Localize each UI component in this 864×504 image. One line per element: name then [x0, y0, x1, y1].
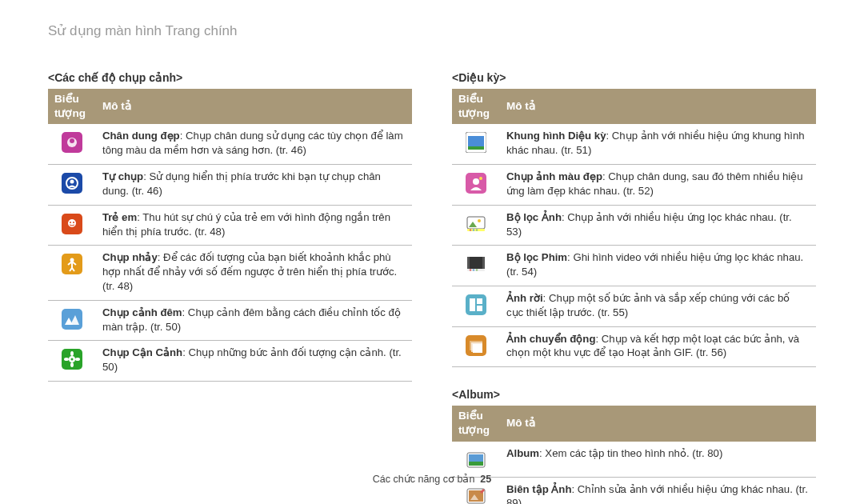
col-desc: Mô tả: [500, 406, 816, 441]
row-desc: : Sử dụng hiển thị phía trước khi bạn tự…: [102, 170, 381, 197]
table-row: Trẻ em: Thu hút sự chú ý của trẻ em với …: [48, 205, 412, 246]
svg-point-38: [476, 270, 478, 271]
svg-rect-40: [470, 298, 475, 311]
svg-rect-39: [466, 294, 486, 315]
table-row: Album: Xem các tập tin theo hình nhỏ. (t…: [452, 442, 816, 478]
row-name: Tự chụp: [102, 170, 143, 182]
svg-rect-12: [62, 309, 82, 330]
col-desc: Mô tả: [96, 89, 412, 124]
section-shoot-title: <Các chế độ chụp cảnh>: [48, 71, 412, 84]
col-icon: Biểu tượng: [452, 406, 500, 441]
magic-frame-icon: [466, 132, 486, 153]
svg-point-25: [479, 177, 482, 180]
svg-point-8: [70, 222, 71, 223]
movie-filter-icon: [466, 254, 486, 274]
row-name: Chụp cảnh đêm: [102, 306, 182, 318]
photo-edit-icon: [466, 486, 486, 504]
night-shot-icon: [62, 309, 82, 330]
row-desc: : Thu hút sự chú ý của trẻ em với hình đ…: [102, 211, 390, 238]
svg-point-16: [70, 351, 74, 356]
page-title: Sử dụng màn hình Trang chính: [48, 22, 816, 39]
table-row: Chụp ảnh màu đẹp: Chụp chân dung, sau đó…: [452, 165, 816, 206]
table-row: Ảnh chuyển động: Chụp và kết hợp một loạ…: [452, 326, 816, 367]
beauty-color-icon: [466, 173, 486, 194]
right-column: <Diệu kỳ> Biểu tượng Mô tả Khung hình Di…: [452, 65, 816, 504]
row-desc: : Xem các tập tin theo hình nhỏ. (tr. 80…: [539, 447, 722, 459]
svg-rect-42: [477, 306, 482, 311]
table-row: Khung hình Diệu kỳ: Chụp ảnh với nhiều h…: [452, 124, 816, 164]
section-magic-title: <Diệu kỳ>: [452, 71, 816, 84]
self-shot-icon: [62, 173, 82, 194]
footer-text: Các chức năng cơ bản: [373, 474, 475, 485]
table-row: Chân dung đẹp: Chụp chân dung sử dụng cá…: [48, 124, 412, 164]
section-album-title: <Album>: [452, 388, 816, 401]
photo-filter-icon: [466, 214, 486, 234]
table-row: Bộ lọc Ảnh: Chụp ảnh với nhiều hiệu ứng …: [452, 205, 816, 246]
row-name: Ảnh chuyển động: [506, 333, 595, 345]
row-name: Bộ lọc Phim: [506, 251, 567, 263]
svg-rect-22: [468, 146, 484, 150]
svg-point-17: [64, 358, 69, 361]
col-icon: Biểu tượng: [48, 89, 96, 124]
row-desc: : Chụp một số bức ảnh và sắp xếp chúng v…: [506, 292, 790, 318]
svg-point-15: [71, 358, 74, 361]
svg-rect-49: [469, 462, 483, 466]
svg-rect-33: [467, 257, 470, 269]
svg-point-29: [470, 229, 471, 230]
table-row: Chụp nhảy: Để các đối tượng của bạn biết…: [48, 246, 412, 300]
svg-point-37: [473, 270, 474, 271]
svg-point-27: [478, 219, 481, 222]
col-desc: Mô tả: [500, 89, 816, 124]
row-name: Chụp Cận Cảnh: [102, 346, 182, 358]
svg-point-5: [70, 180, 74, 184]
magic-table: Biểu tượng Mô tả Khung hình Diệu kỳ: Chụ…: [452, 89, 816, 367]
table-row: Chụp Cận Cảnh: Chụp những bức ảnh đối tư…: [48, 341, 412, 382]
row-name: Chụp ảnh màu đẹp: [506, 170, 602, 182]
col-icon: Biểu tượng: [452, 89, 500, 124]
svg-rect-34: [482, 257, 485, 269]
content-columns: <Các chế độ chụp cảnh> Biểu tượng Mô tả …: [48, 65, 816, 504]
row-name: Trẻ em: [102, 211, 137, 223]
svg-point-24: [473, 178, 479, 185]
row-name: Bộ lọc Ảnh: [506, 211, 562, 223]
jump-shot-icon: [62, 254, 82, 274]
svg-rect-41: [477, 298, 482, 304]
row-name: Ảnh rời: [506, 292, 543, 304]
kids-icon: [62, 214, 82, 234]
motion-photo-icon: [466, 335, 486, 356]
svg-point-31: [476, 229, 478, 230]
svg-point-18: [75, 358, 80, 361]
svg-rect-46: [473, 344, 482, 353]
table-row: Tự chụp: Sử dụng hiển thị phía trước khi…: [48, 165, 412, 206]
svg-point-9: [73, 222, 74, 223]
table-row: Ảnh rời: Chụp một số bức ảnh và sắp xếp …: [452, 286, 816, 326]
page-number: 25: [480, 474, 491, 485]
svg-rect-21: [468, 136, 484, 146]
svg-point-30: [473, 229, 474, 230]
svg-rect-48: [469, 454, 483, 462]
row-name: Album: [506, 447, 539, 459]
table-row: Chụp cảnh đêm: Chụp cảnh đêm bằng cách đ…: [48, 300, 412, 341]
row-name: Khung hình Diệu kỳ: [506, 130, 606, 142]
left-column: <Các chế độ chụp cảnh> Biểu tượng Mô tả …: [48, 65, 412, 504]
split-shot-icon: [466, 294, 486, 315]
page-footer: Các chức năng cơ bản 25: [0, 473, 864, 485]
album-icon: [466, 450, 486, 470]
svg-point-36: [470, 270, 471, 271]
svg-point-19: [70, 362, 74, 367]
table-row: Bộ lọc Phim: Ghi hình video với nhiều hi…: [452, 246, 816, 286]
svg-rect-32: [467, 257, 485, 269]
svg-point-2: [70, 138, 74, 143]
shoot-table: Biểu tượng Mô tả Chân dung đẹp: Chụp châ…: [48, 89, 412, 382]
beauty-portrait-icon: [62, 132, 82, 153]
row-name: Chụp nhảy: [102, 251, 158, 263]
album-table: Biểu tượng Mô tả Album: Xem các tập tin …: [452, 406, 816, 504]
row-name: Chân dung đẹp: [102, 130, 180, 142]
closeup-icon: [62, 349, 82, 370]
